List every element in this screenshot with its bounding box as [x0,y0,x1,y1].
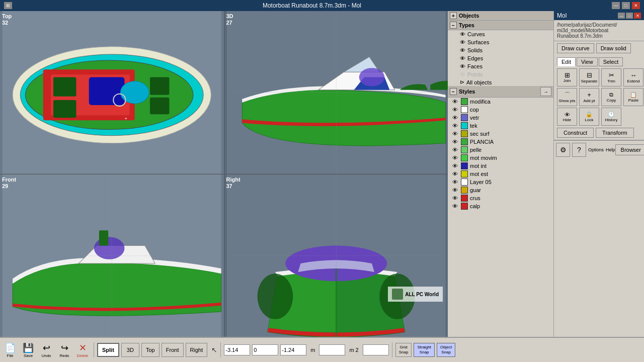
join-button[interactable]: ⊞ Join [557,68,577,86]
draw-solid-button[interactable]: Draw solid [596,43,631,53]
types-section-header[interactable]: − Types [448,21,553,30]
add-pt-button[interactable]: + Add pt [579,88,599,106]
type-edges[interactable]: 👁 Edges [448,54,553,62]
style-cop[interactable]: 👁 cop [448,106,553,114]
draw-curve-button[interactable]: Draw curve [557,43,594,53]
tab-select[interactable]: Select [599,57,623,66]
style-crus-eye[interactable]: 👁 [451,195,459,201]
hide-button[interactable]: 👁 Hide [557,108,577,126]
type-faces[interactable]: 👁 Faces [448,62,553,70]
construct-button[interactable]: Construct [557,128,594,138]
style-calp[interactable]: 👁 calp [448,202,553,210]
delete-button[interactable]: ✕ Delete [74,342,91,358]
style-calp-eye[interactable]: 👁 [451,203,459,209]
type-surfaces[interactable]: 👁 Surfaces [448,38,553,46]
coord-z-input[interactable] [280,344,306,355]
viewport-3d[interactable]: 3D 27 [224,11,448,174]
options-icon-btn[interactable]: ⚙ [556,143,570,157]
style-tek[interactable]: 👁 tek [448,122,553,130]
separate-button[interactable]: ⊟ Separate [579,68,599,86]
undo-button[interactable]: ↩ Undo [38,342,54,358]
copy-button[interactable]: ⧉ Copy [601,88,621,106]
split-view-button[interactable]: Split [97,343,119,357]
styles-collapse-btn[interactable]: − [450,88,457,95]
style-sec-surf-eye[interactable]: 👁 [451,131,459,137]
viewport-front[interactable]: Front 29 [0,174,224,337]
coord-x-input[interactable] [224,344,250,355]
style-mot-movim-eye[interactable]: 👁 [451,155,459,161]
objects-collapse-btn[interactable]: + [450,12,457,19]
window-controls[interactable]: — □ ✕ [612,2,640,9]
style-layer05-eye[interactable]: 👁 [451,179,459,185]
style-cop-eye[interactable]: 👁 [451,107,459,113]
object-snap-button[interactable]: ObjectSnap [437,343,455,357]
style-pelle-eye[interactable]: 👁 [451,147,459,153]
help-icon-btn[interactable]: ? [572,143,586,157]
straight-snap-button[interactable]: StraightSnap [414,343,435,357]
style-mot-movim[interactable]: 👁 mot movim [448,154,553,162]
extend-button[interactable]: ↔ Extend [623,68,643,86]
type-solids[interactable]: 👁 Solids [448,46,553,54]
viewport-top[interactable]: Top 32 [0,11,224,174]
paste-button[interactable]: 📋 Paste [623,88,643,106]
tab-edit[interactable]: Edit [557,57,576,66]
style-mot-int-eye[interactable]: 👁 [451,163,459,169]
right-view-button[interactable]: Right [186,343,208,357]
type-solids-eye[interactable]: 👁 [460,47,465,53]
mol-maximize-btn[interactable]: □ [626,13,633,19]
new-file-button[interactable]: 📄 File [2,342,18,358]
type-faces-eye[interactable]: 👁 [460,63,465,69]
save-button[interactable]: 💾 Save [20,342,36,358]
style-layer05[interactable]: 👁 Layer 05 [448,178,553,186]
tab-view[interactable]: View [577,57,598,66]
type-points[interactable]: 👁 Points [448,70,553,78]
style-pelle[interactable]: 👁 pelle [448,146,553,154]
type-points-eye[interactable]: 👁 [460,71,465,77]
type-edges-eye[interactable]: 👁 [460,55,465,61]
styles-section-header[interactable]: − Styles → [448,86,553,98]
style-vetr[interactable]: 👁 vetr [448,114,553,122]
close-button[interactable]: ✕ [632,2,640,9]
style-plancia[interactable]: 👁 PLANCIA [448,138,553,146]
grid-snap-button[interactable]: GridSnap [395,343,412,357]
style-vetr-eye[interactable]: 👁 [451,115,459,121]
top-view-button[interactable]: Top [141,343,159,357]
all-objects-item[interactable]: ⊳ All objects [448,78,553,86]
trim-button[interactable]: ✂ Trim [601,68,621,86]
styles-arrow-btn[interactable]: → [540,87,551,96]
history-button[interactable]: 🕐 History [601,108,621,126]
mol-close-btn[interactable]: ✕ [634,13,641,19]
maximize-button[interactable]: □ [622,2,630,9]
mol-header-controls[interactable]: — □ ✕ [618,13,641,19]
type-surfaces-eye[interactable]: 👁 [460,39,465,45]
show-pts-button[interactable]: ⌒ Show pts [557,88,577,106]
coord-y-input[interactable] [252,344,278,355]
style-tek-eye[interactable]: 👁 [451,123,459,129]
type-curves[interactable]: 👁 Curves [448,30,553,38]
extra-input-2[interactable] [363,344,389,355]
viewport-right[interactable]: Right 37 ALL PC World [224,174,448,337]
3d-view-button[interactable]: 3D [121,343,139,357]
redo-button[interactable]: ↪ Redo [56,342,72,358]
style-guar[interactable]: 👁 guar [448,186,553,194]
lock-button[interactable]: 🔒 Lock [579,108,599,126]
style-guar-eye[interactable]: 👁 [451,187,459,193]
front-view-button[interactable]: Front [162,343,184,357]
type-curves-eye[interactable]: 👁 [460,31,465,37]
transform-button[interactable]: Transform [596,128,634,138]
types-collapse-btn[interactable]: − [450,22,457,29]
style-modifica[interactable]: 👁 modifica [448,98,553,106]
svg-text:+: + [125,116,127,121]
style-mot-int[interactable]: 👁 mot int [448,162,553,170]
extra-input[interactable] [319,344,345,355]
mol-minimize-btn[interactable]: — [618,13,625,19]
minimize-button[interactable]: — [612,2,620,9]
style-plancia-eye[interactable]: 👁 [451,139,459,145]
style-mot-est[interactable]: 👁 mot est [448,170,553,178]
style-crus[interactable]: 👁 crus [448,194,553,202]
style-modifica-eye[interactable]: 👁 [451,99,459,105]
style-sec-surf[interactable]: 👁 sec surf [448,130,553,138]
browser-button[interactable]: Browser [615,144,644,155]
objects-section-header[interactable]: + Objects [448,11,553,21]
style-mot-est-eye[interactable]: 👁 [451,171,459,177]
